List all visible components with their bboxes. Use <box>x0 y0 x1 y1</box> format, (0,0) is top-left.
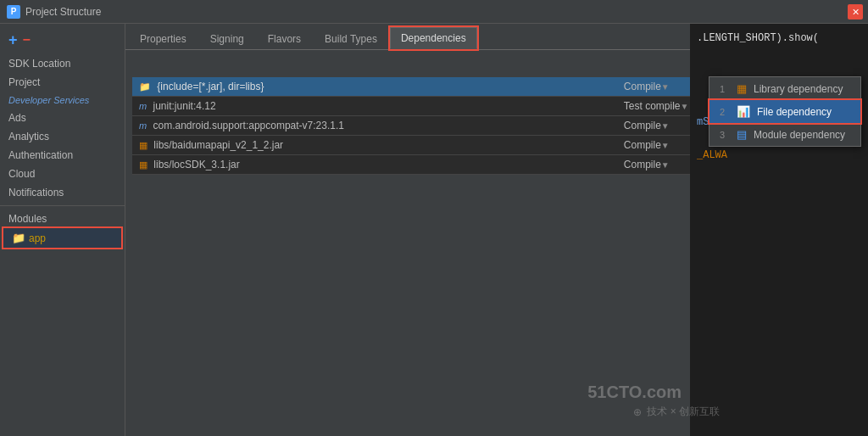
tab-dependencies[interactable]: Dependencies <box>390 27 477 49</box>
scope-dropdown-arrow[interactable]: ▼ <box>661 82 670 92</box>
window-icon: P <box>7 5 20 19</box>
code-line-3: _ALWA <box>697 148 861 164</box>
dropdown-item-num-2: 2 <box>720 107 730 117</box>
dep-path: ▦ libs/locSDK_3.1.jar <box>132 155 617 175</box>
library-icon: ▦ <box>737 82 747 95</box>
sidebar-item-developer-services[interactable]: Developer Services <box>0 92 125 109</box>
sidebar-item-cloud[interactable]: Cloud <box>0 165 125 183</box>
code-line-1: .LENGTH_SHORT).show( <box>697 31 861 47</box>
file-icon: 📊 <box>737 105 750 118</box>
sidebar-add-button[interactable]: + <box>8 32 18 48</box>
sidebar-controls: + − <box>0 31 125 54</box>
dropdown-item-file-dependency[interactable]: 2 📊 File dependency <box>709 100 860 123</box>
jar-icon: ▦ <box>139 140 147 150</box>
sidebar: + − SDK Location Project Developer Servi… <box>0 24 125 436</box>
module-icon: m <box>139 101 147 111</box>
dropdown-item-num-1: 1 <box>720 84 730 94</box>
watermark-subtext: ⊕ 技术 × 创新互联 <box>633 405 720 419</box>
app-label: app <box>29 232 46 244</box>
scope-dropdown-arrow[interactable]: ▼ <box>661 141 670 150</box>
title-bar: P Project Structure ✕ <box>0 0 868 24</box>
dependency-type-dropdown: 1 ▦ Library dependency 2 📊 File dependen… <box>709 76 861 147</box>
dep-path: m com.android.support:appcompat-v7:23.1.… <box>132 116 617 136</box>
sidebar-item-authentication[interactable]: Authentication <box>0 146 125 165</box>
dropdown-item-num-3: 3 <box>720 130 730 140</box>
scope-dropdown-arrow[interactable]: ▼ <box>661 121 670 131</box>
sidebar-item-ads[interactable]: Ads <box>0 109 125 127</box>
sidebar-item-sdk-location[interactable]: SDK Location <box>0 54 125 73</box>
folder-icon: 📁 <box>139 81 151 92</box>
tab-build-types[interactable]: Build Types <box>314 28 388 49</box>
scope-dropdown-arrow[interactable]: ▼ <box>661 160 670 170</box>
sidebar-remove-button[interactable]: − <box>23 33 31 47</box>
sidebar-item-project[interactable]: Project <box>0 73 125 92</box>
watermark-text: 51CTO.com <box>587 383 682 402</box>
module-dep-icon: ▤ <box>737 128 747 141</box>
sidebar-item-notifications[interactable]: Notifications <box>0 183 125 202</box>
tab-signing[interactable]: Signing <box>199 28 255 49</box>
close-button[interactable]: ✕ <box>848 4 863 20</box>
sidebar-modules-label: Modules <box>0 210 125 228</box>
dropdown-item-module-dependency[interactable]: 3 ▤ Module dependency <box>709 123 860 146</box>
module-icon: m <box>139 120 147 131</box>
dep-path: 📁 {include=[*.jar], dir=libs} <box>132 77 617 97</box>
dropdown-item-library-dependency[interactable]: 1 ▦ Library dependency <box>709 77 860 100</box>
app-folder-icon: 📁 <box>12 232 25 244</box>
sidebar-item-app[interactable]: 📁 app <box>3 228 121 248</box>
sidebar-divider <box>0 205 125 206</box>
sidebar-item-analytics[interactable]: Analytics <box>0 127 125 146</box>
dropdown-item-label-2: File dependency <box>757 106 832 118</box>
dep-path: m junit:junit:4.12 <box>132 97 617 116</box>
window-title: Project Structure <box>25 6 861 18</box>
tab-flavors[interactable]: Flavors <box>257 28 312 49</box>
dropdown-item-label-3: Module dependency <box>754 129 845 141</box>
scope-dropdown-arrow[interactable]: ▼ <box>681 102 689 111</box>
dropdown-item-label-1: Library dependency <box>754 83 843 95</box>
jar-icon: ▦ <box>139 159 147 170</box>
dep-path: ▦ libs/baidumapapi_v2_1_2.jar <box>132 136 617 155</box>
tab-properties[interactable]: Properties <box>129 28 198 49</box>
